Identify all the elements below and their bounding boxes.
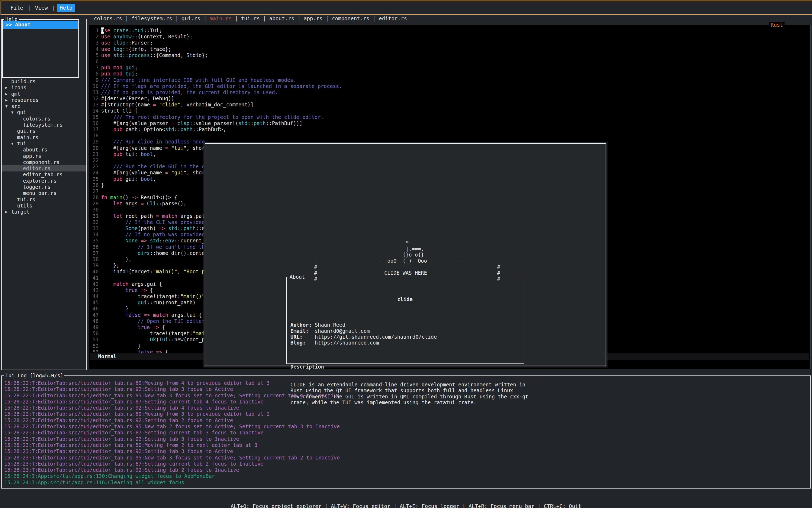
line-number: 21 — [90, 151, 99, 157]
code-token: ::home_dir().contex — [150, 250, 208, 256]
line-number: 2 — [90, 34, 99, 40]
code-token: process — [129, 52, 150, 58]
tree-item-label: src — [11, 103, 20, 109]
code-token: = — [156, 213, 159, 219]
code-token — [110, 46, 113, 52]
tab-gui-rs[interactable]: gui.rs — [182, 15, 200, 22]
tree-item-src[interactable]: ▼src — [2, 103, 86, 109]
code-token: args.gui { — [129, 281, 162, 287]
help-menu-item-about[interactable]: >> About — [3, 21, 78, 29]
line-number: 36 — [90, 244, 99, 250]
tree-item-logger-rs[interactable]: logger.rs — [2, 184, 86, 190]
code-token: ::current_d — [174, 238, 208, 244]
menu-item-view[interactable]: View — [33, 4, 50, 12]
code-token: fn — [101, 195, 107, 201]
code-line: 2use anyhow::{Context, Result}; — [90, 34, 342, 40]
code-token: pub — [113, 126, 122, 132]
code-token: std — [150, 238, 159, 244]
menu-bar[interactable]: File|View|Help — [1, 1, 812, 15]
tab-editor-rs[interactable]: editor.rs — [379, 15, 407, 22]
tab-main-rs[interactable]: main.rs — [210, 15, 231, 22]
tree-item-resources[interactable]: ▶resources — [2, 97, 86, 103]
code-token: ( — [156, 337, 159, 343]
tree-item-component-rs[interactable]: component.rs — [2, 159, 86, 165]
code-token: std — [239, 120, 248, 126]
shortcut-bar: ALT+Q: Focus project explorer | ALT+W: F… — [0, 491, 812, 508]
code-token: ::parse(); — [156, 201, 186, 207]
code-token: ::{info, trace}; — [122, 46, 171, 52]
menu-item-help[interactable]: Help — [57, 4, 74, 12]
code-token: env — [165, 238, 174, 244]
code-token: path — [254, 120, 266, 126]
code-token: = — [165, 145, 168, 151]
line-number: 45 — [90, 299, 99, 306]
tree-item-colors-rs[interactable]: colors.rs — [2, 116, 86, 122]
tree-item-utils[interactable]: utils — [2, 203, 86, 209]
code-token: ), — [101, 256, 131, 262]
chevron-expanded-icon: ▼ — [11, 140, 17, 147]
tab-separator: | — [294, 15, 303, 22]
tree-item-target[interactable]: ▶target — [2, 209, 86, 215]
code-token — [101, 299, 138, 306]
tree-item-qml[interactable]: ▶qml — [2, 91, 86, 97]
tree-item-about-rs[interactable]: about.rs — [2, 147, 86, 153]
about-field-value: https://git.shaunreed.com/shaunrd0/clide — [315, 334, 437, 340]
tree-item-label: editor_tab.rs — [23, 171, 63, 178]
tree-item-gui-rs[interactable]: gui.rs — [2, 128, 86, 134]
code-token: ::PathBuf))] — [266, 120, 302, 126]
tree-item-tui[interactable]: ▼tui — [2, 140, 86, 147]
description-line: CLIDE is an extendable command-line driv… — [290, 382, 519, 387]
code-line: 4use log::{info, trace}; — [90, 46, 342, 52]
tree-item-tui-rs[interactable]: tui.rs — [2, 197, 86, 203]
code-token — [101, 337, 150, 343]
code-token: ::value_parser!( — [189, 120, 239, 126]
tree-item-editor-tab-rs[interactable]: editor_tab.rs — [2, 171, 86, 178]
code-token: "tui" — [171, 145, 186, 151]
tree-item-main-rs[interactable]: main.rs — [2, 134, 86, 140]
menu-item-file[interactable]: File — [8, 4, 25, 12]
tree-item-filesystem-rs[interactable]: filesystem.rs — [2, 122, 86, 128]
chevron-collapsed-icon: ▶ — [5, 85, 11, 91]
chevron-expanded-icon: ▼ — [11, 109, 17, 116]
line-number: 3 — [90, 40, 99, 46]
tree-item-gui[interactable]: ▼gui — [2, 109, 86, 116]
about-field-value: shaunrd0@gmail.com — [315, 328, 370, 334]
description-line: Rust using the Qt UI framework that supp… — [290, 387, 519, 393]
tree-item-label: colors.rs — [23, 116, 50, 122]
tree-item-app-rs[interactable]: app.rs — [2, 153, 86, 159]
code-token: = — [165, 170, 168, 176]
description-heading: Description — [290, 364, 519, 370]
tab-separator: | — [172, 15, 182, 22]
line-number: 30 — [90, 207, 99, 213]
tree-item-icons[interactable]: ▶icons — [2, 85, 86, 91]
line-number: 37 — [90, 250, 99, 256]
tab-colors-rs[interactable]: colors.rs — [94, 15, 122, 22]
tab-about-rs[interactable]: about.rs — [269, 15, 294, 22]
tui-log-title: Tui Log [log=5.0/s] — [4, 373, 64, 378]
tab-component-rs[interactable]: component.rs — [332, 15, 369, 22]
about-box: About clide Author: Shaun ReedEmail: sha… — [286, 277, 524, 364]
tab-app-rs[interactable]: app.rs — [304, 15, 323, 22]
tree-item-menu-bar-rs[interactable]: menu_bar.rs — [2, 190, 86, 196]
tab-separator: | — [260, 15, 269, 22]
line-number: 38 — [90, 256, 99, 262]
editor-tab-bar[interactable]: colors.rs | filesystem.rs | gui.rs | mai… — [94, 15, 407, 22]
tree-item-explorer-rs[interactable]: explorer.rs — [2, 178, 86, 184]
code-token — [101, 176, 113, 182]
line-number: 42 — [90, 281, 99, 287]
tab-tui-rs[interactable]: tui.rs — [241, 15, 260, 22]
code-token: pub — [101, 71, 110, 77]
code-token: match — [153, 312, 168, 318]
line-number: 35 — [90, 238, 99, 244]
code-line: 16 #[arg(value_parser = clap::value_pars… — [90, 120, 342, 126]
tree-item-editor-rs[interactable]: editor.rs — [2, 165, 86, 171]
line-number: 20 — [90, 145, 99, 151]
menu-separator: | — [50, 4, 57, 11]
code-token: bool — [141, 151, 153, 157]
code-token: struct Cli { — [101, 108, 138, 114]
code-token: ::new(root_pa — [168, 337, 208, 343]
tree-item-build-rs[interactable]: build.rs — [2, 78, 86, 85]
about-box-content: clide Author: Shaun ReedEmail: shaunrd0@… — [287, 277, 524, 417]
tab-filesystem-rs[interactable]: filesystem.rs — [131, 15, 172, 22]
line-number: 28 — [90, 195, 99, 201]
